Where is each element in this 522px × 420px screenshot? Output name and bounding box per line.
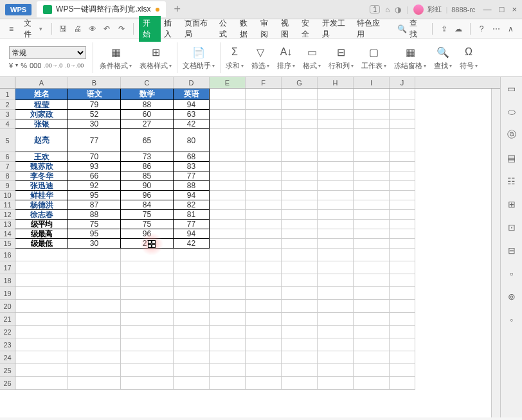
data-cell[interactable]: 27 bbox=[121, 119, 174, 129]
empty-cell[interactable] bbox=[354, 210, 390, 220]
empty-cell[interactable] bbox=[282, 152, 318, 162]
empty-cell[interactable] bbox=[121, 377, 174, 390]
empty-cell[interactable] bbox=[210, 100, 246, 110]
data-cell[interactable]: 王欢 bbox=[15, 152, 68, 162]
data-cell[interactable]: 90 bbox=[121, 181, 174, 191]
empty-cell[interactable] bbox=[68, 261, 121, 274]
ribbon-sum[interactable]: Σ求和▾ bbox=[222, 44, 248, 71]
data-cell[interactable]: 84 bbox=[121, 200, 174, 210]
empty-cell[interactable] bbox=[318, 274, 354, 287]
empty-cell[interactable] bbox=[246, 229, 282, 239]
empty-cell[interactable] bbox=[282, 239, 318, 249]
empty-cell[interactable] bbox=[246, 338, 282, 351]
empty-cell[interactable] bbox=[354, 171, 390, 181]
col-head-J[interactable]: J bbox=[390, 77, 415, 88]
data-cell[interactable]: 程莹 bbox=[15, 100, 68, 110]
empty-cell[interactable] bbox=[354, 239, 390, 249]
empty-cell[interactable] bbox=[121, 261, 174, 274]
empty-cell[interactable] bbox=[246, 351, 282, 364]
data-cell[interactable]: 52 bbox=[68, 110, 121, 119]
side-icon-3[interactable]: ▤ bbox=[505, 152, 518, 164]
empty-cell[interactable] bbox=[210, 338, 246, 351]
data-cell[interactable]: 63 bbox=[174, 110, 210, 119]
empty-cell[interactable] bbox=[210, 89, 246, 100]
empty-cell[interactable] bbox=[354, 377, 390, 390]
row-head[interactable]: 15 bbox=[0, 239, 15, 249]
empty-cell[interactable] bbox=[15, 326, 68, 338]
more-icon[interactable]: ⋯ bbox=[490, 22, 502, 35]
empty-cell[interactable] bbox=[318, 351, 354, 364]
empty-cell[interactable] bbox=[121, 313, 174, 326]
notification-badge[interactable]: 1 bbox=[370, 5, 380, 13]
empty-cell[interactable] bbox=[390, 162, 415, 171]
data-cell[interactable]: 级最低 bbox=[15, 239, 68, 249]
row-head[interactable]: 20 bbox=[0, 300, 15, 313]
data-cell[interactable]: 42 bbox=[174, 119, 210, 129]
menu-tab-7[interactable]: 安全 bbox=[298, 16, 319, 42]
ribbon-format[interactable]: ▭格式▾ bbox=[299, 44, 325, 71]
empty-cell[interactable] bbox=[121, 300, 174, 313]
empty-cell[interactable] bbox=[354, 100, 390, 110]
number-format-select[interactable]: 常规 bbox=[9, 46, 86, 59]
empty-cell[interactable] bbox=[318, 110, 354, 119]
empty-cell[interactable] bbox=[68, 300, 121, 313]
empty-cell[interactable] bbox=[282, 220, 318, 229]
empty-cell[interactable] bbox=[390, 220, 415, 229]
row-head[interactable]: 6 bbox=[0, 152, 15, 162]
add-tab-button[interactable]: + bbox=[168, 3, 186, 16]
row-head[interactable]: 25 bbox=[0, 364, 15, 377]
empty-cell[interactable] bbox=[390, 181, 415, 191]
preview-icon[interactable]: 👁 bbox=[86, 22, 98, 35]
empty-cell[interactable] bbox=[318, 129, 354, 152]
empty-cell[interactable] bbox=[354, 162, 390, 171]
data-cell[interactable]: 86 bbox=[121, 162, 174, 171]
row-head[interactable]: 21 bbox=[0, 313, 15, 326]
empty-cell[interactable] bbox=[246, 364, 282, 377]
empty-cell[interactable] bbox=[390, 377, 415, 390]
empty-cell[interactable] bbox=[318, 119, 354, 129]
data-cell[interactable]: 95 bbox=[68, 191, 121, 200]
side-icon-2[interactable]: ⓐ bbox=[505, 128, 518, 141]
data-cell[interactable]: 87 bbox=[68, 200, 121, 210]
empty-cell[interactable] bbox=[318, 300, 354, 313]
empty-cell[interactable] bbox=[318, 89, 354, 100]
data-cell[interactable]: 79 bbox=[68, 100, 121, 110]
empty-cell[interactable] bbox=[390, 200, 415, 210]
empty-cell[interactable] bbox=[390, 274, 415, 287]
empty-cell[interactable] bbox=[210, 287, 246, 300]
data-cell[interactable]: 96 bbox=[121, 229, 174, 239]
empty-cell[interactable] bbox=[354, 351, 390, 364]
empty-cell[interactable] bbox=[282, 162, 318, 171]
empty-cell[interactable] bbox=[282, 89, 318, 100]
row-head[interactable]: 22 bbox=[0, 326, 15, 338]
data-cell[interactable]: 27 bbox=[121, 239, 174, 249]
col-head-E[interactable]: E bbox=[210, 77, 246, 88]
empty-cell[interactable] bbox=[210, 364, 246, 377]
data-cell[interactable]: 83 bbox=[174, 162, 210, 171]
empty-cell[interactable] bbox=[282, 377, 318, 390]
data-cell[interactable]: 75 bbox=[68, 220, 121, 229]
empty-cell[interactable] bbox=[390, 364, 415, 377]
empty-cell[interactable] bbox=[390, 326, 415, 338]
empty-cell[interactable] bbox=[15, 338, 68, 351]
empty-cell[interactable] bbox=[390, 152, 415, 162]
empty-cell[interactable] bbox=[282, 191, 318, 200]
share-icon[interactable]: ⇪ bbox=[438, 22, 450, 35]
empty-cell[interactable] bbox=[174, 313, 210, 326]
empty-cell[interactable] bbox=[15, 249, 68, 261]
empty-cell[interactable] bbox=[282, 364, 318, 377]
data-cell[interactable]: 级平均 bbox=[15, 220, 68, 229]
empty-cell[interactable] bbox=[318, 261, 354, 274]
empty-cell[interactable] bbox=[318, 364, 354, 377]
row-head[interactable]: 19 bbox=[0, 287, 15, 300]
data-cell[interactable]: 88 bbox=[121, 100, 174, 110]
ribbon-find[interactable]: 🔍查找▾ bbox=[430, 44, 456, 71]
empty-cell[interactable] bbox=[210, 249, 246, 261]
empty-cell[interactable] bbox=[390, 210, 415, 220]
empty-cell[interactable] bbox=[390, 338, 415, 351]
empty-cell[interactable] bbox=[354, 313, 390, 326]
empty-cell[interactable] bbox=[174, 287, 210, 300]
menu-tab-5[interactable]: 审阅 bbox=[257, 16, 278, 42]
empty-cell[interactable] bbox=[68, 351, 121, 364]
empty-cell[interactable] bbox=[354, 274, 390, 287]
